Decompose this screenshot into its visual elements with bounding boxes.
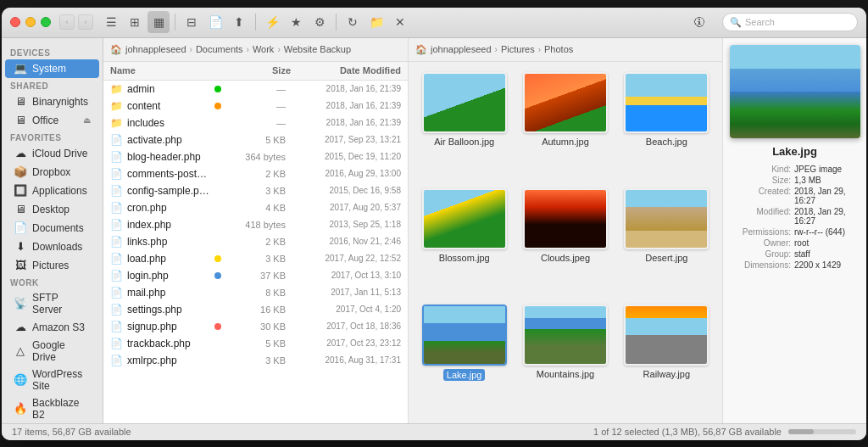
eject-icon[interactable]: ⏏	[83, 115, 91, 125]
preview-modified-label: Modified:	[730, 207, 791, 226]
table-row[interactable]: 📁content—2018, Jan 16, 21:39	[103, 98, 408, 115]
scroll-thumb[interactable]	[788, 429, 814, 434]
sync-button[interactable]: ↻	[342, 11, 364, 33]
table-row[interactable]: 📄comments-post.php2 KB2016, Aug 29, 13:0…	[103, 165, 408, 182]
file-date: 2017, Aug 22, 12:52	[291, 254, 401, 263]
column-date[interactable]: Date Modified	[291, 65, 401, 75]
breadcrumb-documents[interactable]: Documents	[196, 44, 243, 54]
forward-button[interactable]: ›	[78, 14, 93, 30]
list-item[interactable]: Beach.jpg	[621, 72, 712, 178]
tag-button[interactable]: ⚡	[261, 11, 283, 33]
table-row[interactable]: 📄cron.php4 KB2017, Aug 20, 5:37	[103, 199, 408, 216]
table-row[interactable]: 📄links.php2 KB2016, Nov 21, 2:46	[103, 233, 408, 250]
view-list-button[interactable]: ☰	[100, 11, 122, 33]
preview-modified-value: 2018, Jan 29, 16:27	[794, 207, 860, 226]
table-row[interactable]: 📄login.php37 KB2017, Oct 13, 3:10	[103, 267, 408, 284]
sidebar-item-binarynights[interactable]: 🖥 Binarynights	[5, 92, 99, 111]
new-folder-button[interactable]: 📁	[365, 11, 387, 33]
gallery-thumbnail	[523, 188, 608, 249]
preview-permissions-label: Permissions:	[730, 227, 791, 237]
column-size[interactable]: Size	[231, 65, 291, 75]
view-cover-button[interactable]: ▦	[147, 11, 170, 33]
gallery-thumbnail	[422, 305, 507, 366]
list-item[interactable]: Railway.jpg	[621, 305, 712, 412]
file-name: comments-post.php	[127, 168, 209, 180]
list-item[interactable]: Air Balloon.jpg	[419, 72, 509, 178]
table-row[interactable]: 📁admin—2018, Jan 16, 21:39	[103, 81, 408, 98]
table-row[interactable]: 📄settings.php16 KB2017, Oct 4, 1:20	[103, 301, 408, 318]
path-button[interactable]: 📄	[204, 11, 226, 33]
file-size: —	[226, 101, 286, 111]
view-grid-button[interactable]: ⊞	[124, 11, 146, 33]
sidebar-item-pictures[interactable]: 🖼 Pictures	[5, 256, 99, 275]
file-name: blog-header.php	[127, 151, 209, 163]
file-date: 2017, Aug 20, 5:37	[291, 203, 401, 212]
table-row[interactable]: 📄config-sample.php3 KB2015, Dec 16, 9:58	[103, 182, 408, 199]
scroll-track[interactable]	[788, 429, 856, 434]
sidebar-section-devices: Devices	[2, 45, 103, 59]
file-size: 16 KB	[226, 305, 286, 315]
gallery-breadcrumb-photos[interactable]: Photos	[544, 44, 573, 54]
file-date: 2017, Oct 18, 18:36	[291, 321, 401, 331]
sidebar-item-wordpress[interactable]: 🌐 WordPress Site	[5, 366, 99, 394]
list-item[interactable]: Autumn.jpg	[520, 72, 610, 178]
finder-window: ‹ › ☰ ⊞ ▦ ⊟ 📄 ⬆ ⚡ ★ ⚙ ↻ 📁 ✕ 🛈 🔍 Search	[2, 8, 866, 440]
table-row[interactable]: 📄xmlrpc.php3 KB2016, Aug 31, 17:31	[103, 352, 408, 369]
back-button[interactable]: ‹	[59, 14, 75, 30]
titlebar: ‹ › ☰ ⊞ ▦ ⊟ 📄 ⬆ ⚡ ★ ⚙ ↻ 📁 ✕ 🛈 🔍 Search	[2, 8, 866, 38]
table-row[interactable]: 📄trackback.php5 KB2017, Oct 23, 23:12	[103, 335, 408, 352]
sidebar-item-desktop[interactable]: 🖥 Desktop	[5, 200, 99, 219]
search-box[interactable]: 🔍 Search	[722, 13, 858, 31]
table-row[interactable]: 📄blog-header.php364 bytes2015, Dec 19, 1…	[103, 148, 408, 165]
breadcrumb-websitebackup[interactable]: Website Backup	[284, 44, 351, 54]
sidebar-item-icloud[interactable]: ☁ iCloud Drive	[5, 144, 99, 163]
sidebar-item-downloads[interactable]: ⬇ Downloads	[5, 237, 99, 256]
status-dot	[214, 86, 221, 92]
sidebar-item-sftp[interactable]: 📡 SFTP Server	[5, 289, 99, 318]
table-row[interactable]: 📄activate.php5 KB2017, Sep 23, 13:21	[103, 131, 408, 148]
table-row[interactable]: 📄index.php418 bytes2013, Sep 25, 1:18	[103, 216, 408, 233]
pictures-icon: 🖼	[14, 259, 27, 272]
sidebar-item-dropbox[interactable]: 📦 Dropbox	[5, 163, 99, 182]
sidebar-item-amazon[interactable]: ☁ Amazon S3	[5, 318, 99, 337]
search-icon: 🔍	[730, 17, 742, 28]
list-item[interactable]: Lake.jpg	[419, 305, 509, 412]
table-row[interactable]: 📁includes—2018, Jan 16, 21:39	[103, 115, 408, 131]
gallery-breadcrumb-user[interactable]: johnappleseed	[431, 44, 492, 54]
table-row[interactable]: 📄load.php3 KB2017, Aug 22, 12:52	[103, 250, 408, 267]
sidebar-item-system[interactable]: 💻 System	[5, 59, 99, 78]
table-row[interactable]: 📄signup.php30 KB2017, Oct 18, 18:36	[103, 318, 408, 335]
sidebar-item-applications[interactable]: 🔲 Applications	[5, 182, 99, 200]
favorites-button[interactable]: ★	[285, 11, 307, 33]
close-button[interactable]	[10, 17, 20, 27]
breadcrumb-work[interactable]: Work	[253, 44, 274, 54]
list-item[interactable]: Clouds.jpeg	[520, 188, 610, 294]
sidebar-item-label: Dropbox	[32, 166, 70, 178]
list-item[interactable]: Blossom.jpg	[419, 188, 509, 294]
sidebar-item-backblaze[interactable]: 🔥 Backblaze B2	[5, 394, 99, 423]
file-size: 37 KB	[226, 271, 286, 281]
sidebar-item-documents[interactable]: 📄 Documents	[5, 219, 99, 237]
preview-image	[730, 45, 860, 138]
gallery-thumbnail	[523, 72, 608, 133]
file-date: 2018, Jan 16, 21:39	[291, 101, 401, 110]
folder-icon: 📁	[110, 117, 122, 129]
list-item[interactable]: Desert.jpg	[621, 188, 712, 294]
action-button[interactable]: ⚙	[309, 11, 331, 33]
table-row[interactable]: 📄mail.php8 KB2017, Jan 11, 5:13	[103, 284, 408, 301]
sidebar: Devices 💻 System Shared 🖥 Binarynights 🖥…	[2, 38, 103, 423]
list-item[interactable]: Mountains.jpg	[520, 305, 610, 412]
gallery-breadcrumb-pictures[interactable]: Pictures	[501, 44, 535, 54]
breadcrumb-user[interactable]: johnappleseed	[125, 44, 186, 54]
sidebar-item-office[interactable]: 🖥 Office ⏏	[5, 111, 99, 130]
file-name: includes	[127, 117, 209, 129]
sidebar-item-googledrive[interactable]: △ Google Drive	[5, 337, 99, 366]
traffic-lights	[10, 17, 51, 27]
delete-button[interactable]: ✕	[389, 11, 411, 33]
maximize-button[interactable]	[41, 17, 51, 27]
minimize-button[interactable]	[25, 17, 36, 27]
column-name[interactable]: Name	[110, 65, 231, 75]
view-mode-button[interactable]: ⊟	[181, 11, 203, 33]
share-button[interactable]: ⬆	[228, 11, 250, 33]
info-button[interactable]: 🛈	[688, 11, 710, 33]
